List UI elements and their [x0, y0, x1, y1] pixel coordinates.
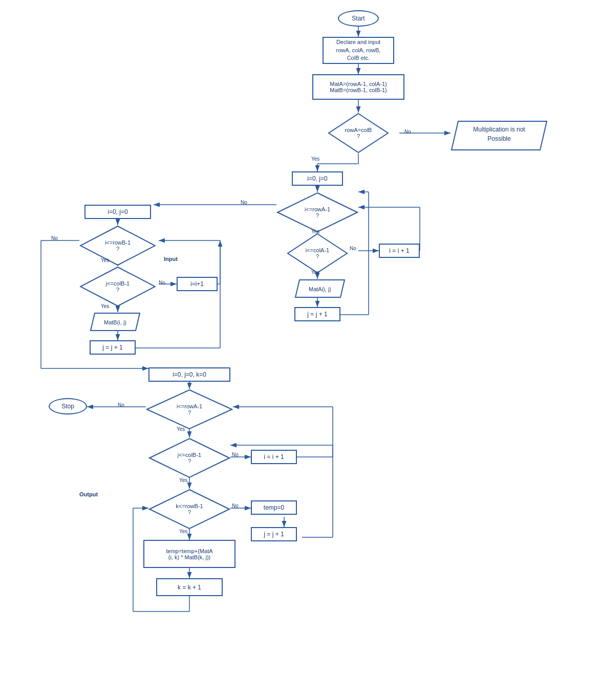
yes-label-irowa2: Yes [177, 426, 185, 432]
svg-marker-52 [329, 114, 388, 152]
stop-oval: Stop [49, 398, 87, 414]
cond-i-rowa1-diamond: i<=rowA-1? [276, 192, 358, 233]
incr-i3-rect: i = i + 1 [251, 450, 297, 464]
no-label-irowa2: No [118, 402, 124, 408]
output-label: Output [79, 491, 98, 497]
incr-j3-rect: j = j + 1 [251, 527, 297, 541]
cond-i-cola-diamond: i<=colA-1? [287, 233, 348, 274]
init-ij2-label: i=0, j=0 [108, 208, 127, 215]
svg-text:MatA(i, j): MatA(i, j) [309, 286, 331, 292]
input-label: Input [164, 256, 178, 262]
cond-j-colb-diamond: j<=colB-1? [79, 266, 156, 307]
start-label: Start [352, 15, 365, 22]
temp-zero-rect: temp=0 [251, 500, 297, 515]
init-ij1-label: i=0, j=0 [307, 175, 327, 182]
svg-marker-66 [149, 490, 229, 529]
yes-label-irowb: Yes [101, 257, 109, 263]
incr-j2-label: j = j + 1 [102, 344, 122, 351]
no-label-irowa1: No [241, 200, 247, 205]
incr-j1-label: j = j + 1 [307, 311, 327, 318]
mat-init-rect: MatA=(rowA-1, colA-1) MatB=(rowB-1, colB… [312, 74, 404, 100]
svg-marker-56 [277, 193, 357, 232]
no-label-irowb: No [51, 235, 58, 241]
cond-j-colb2-diamond: j<=colB-1? [148, 438, 230, 478]
temp-zero-label: temp=0 [264, 504, 284, 511]
incr-i3-label: i = i + 1 [264, 453, 284, 461]
cond-i-rowb-diamond: i<=rowB-1? [79, 225, 156, 266]
init-ij1-rect: i=0, j=0 [292, 171, 343, 186]
yes-label-icola: Yes [311, 270, 319, 275]
cond-rowa-colb-diamond: rowA=colB? [328, 113, 389, 154]
incr-i1-label: i = i + 1 [389, 247, 409, 254]
temp-calc-label: temp=temp+(MatA (i, k) * MatB(k, j)) [166, 548, 212, 560]
incr-k-label: k = k + 1 [178, 584, 201, 591]
svg-marker-57 [288, 234, 347, 273]
mata-input-shape: MatA(i, j) [294, 279, 346, 300]
svg-marker-61 [80, 267, 155, 306]
mat-init-label: MatA=(rowA-1, colA-1) MatB=(rowB-1, colB… [330, 81, 387, 93]
cond-k-rowb-diamond: k<=rowB-1? [148, 489, 230, 530]
init-ijk-label: i=0, j=0, k=0 [173, 371, 206, 378]
no-label-jcolb: No [159, 280, 165, 286]
incr-i2-label: i=i+1 [190, 280, 204, 288]
svg-marker-60 [80, 226, 155, 265]
flowchart: Start Declare and input rowA, colA, rowB… [0, 0, 600, 700]
declare-rect: Declare and input rowA, colA, rowB, ColB… [323, 37, 394, 64]
svg-marker-64 [147, 390, 232, 429]
not-possible-shape: Multiplication is not Possible [451, 120, 548, 152]
no-label-icola: No [350, 246, 356, 251]
svg-marker-65 [149, 439, 229, 477]
incr-j3-label: j = j + 1 [264, 531, 284, 538]
yes-label-jcolb: Yes [101, 303, 109, 309]
svg-text:Possible: Possible [487, 135, 511, 142]
incr-i2-rect: i=i+1 [177, 277, 218, 291]
stop-label: Stop [61, 403, 74, 410]
incr-j2-rect: j = j + 1 [90, 340, 136, 355]
incr-k-rect: k = k + 1 [156, 578, 223, 596]
incr-j1-rect: j = j + 1 [294, 307, 340, 321]
yes-label-rowa-colb: Yes [311, 156, 319, 162]
yes-label-krowb: Yes [179, 529, 187, 534]
incr-i1-rect: i = i + 1 [379, 244, 420, 258]
no-label-krowb: No [232, 503, 239, 509]
init-ij2-rect: i=0, j=0 [84, 205, 151, 219]
cond-i-rowa2-diamond: i<=rowA-1? [146, 389, 233, 430]
svg-text:MatB(i, j): MatB(i, j) [104, 319, 126, 325]
no-label-jcolb2: No [232, 452, 239, 457]
no-label-rowa-colb: No [404, 129, 411, 135]
matb-input-shape: MatB(i, j) [90, 312, 141, 333]
declare-label: Declare and input rowA, colA, rowB, ColB… [336, 38, 381, 62]
svg-text:Multiplication is not: Multiplication is not [473, 126, 525, 133]
yes-label-jcolb2: Yes [179, 477, 187, 483]
init-ijk-rect: i=0, j=0, k=0 [148, 367, 230, 382]
start-oval: Start [338, 10, 379, 27]
temp-calc-rect: temp=temp+(MatA (i, k) * MatB(k, j)) [143, 540, 235, 568]
